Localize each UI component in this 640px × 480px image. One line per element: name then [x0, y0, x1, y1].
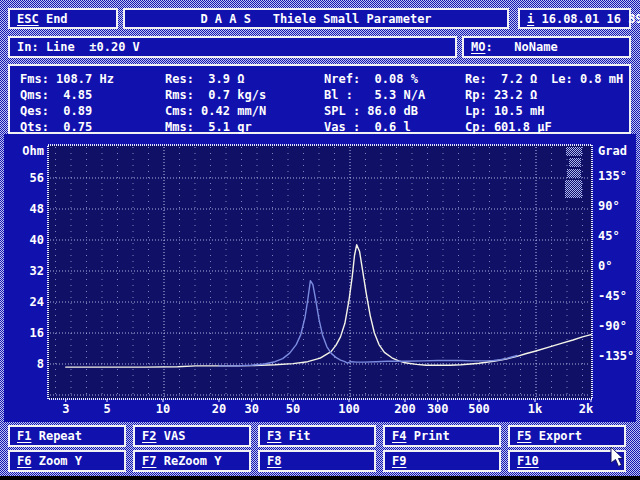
parameter-cell: Mms: 5.1 gr: [165, 120, 252, 134]
dither-artifact: [565, 180, 582, 198]
y-axis-left-tick: 48: [30, 202, 44, 216]
parameter-cell: Res: 3.9 Ω: [165, 72, 244, 86]
model-key-label: MO: [471, 40, 485, 54]
y-axis-right-title: Grad: [598, 144, 627, 158]
fkey-f4-button[interactable]: F4 Print: [383, 425, 501, 447]
plot-background: [48, 145, 592, 399]
x-axis-tick: 5: [103, 402, 110, 416]
fkey-label: F2: [142, 429, 156, 443]
input-source-field[interactable]: In: Line ±0.20 V: [8, 36, 457, 58]
fkey-action-label: Zoom Y: [31, 454, 82, 468]
y-axis-left-tick: 56: [30, 171, 44, 185]
fkey-f9-button[interactable]: F9: [383, 450, 501, 472]
x-axis-tick: 300: [427, 402, 449, 416]
x-axis-tick: 50: [286, 402, 300, 416]
parameter-cell: Nref: 0.08 %: [324, 72, 418, 86]
fkey-label: F9: [392, 454, 406, 468]
fkey-label: F4: [392, 429, 406, 443]
parameter-cell: Qms: 4.85: [20, 88, 92, 102]
daas-screen: ESC End D A A S Thiele Small Parameter i…: [0, 0, 640, 480]
fkey-label: F7: [142, 454, 156, 468]
date-label: 16.08.01: [541, 12, 599, 26]
y-axis-right-tick: -90°: [598, 319, 627, 333]
window-title-bar: D A A S Thiele Small Parameter: [123, 8, 509, 29]
parameter-cell: Bl : 5.3 N/A: [324, 88, 425, 102]
x-axis-tick: 2k: [579, 402, 594, 416]
parameter-cell: Fms: 108.7 Hz: [20, 72, 114, 86]
y-axis-right-tick: 0°: [598, 259, 612, 273]
fkey-action-label: VAS: [156, 429, 185, 443]
fkey-label: F5: [517, 429, 531, 443]
x-axis-tick: 3: [62, 402, 69, 416]
fkey-f6-button[interactable]: F6 Zoom Y: [8, 450, 126, 472]
y-axis-right-tick: 135°: [598, 169, 627, 183]
fkey-label: F8: [267, 454, 281, 468]
y-axis-left-tick: 16: [30, 326, 44, 340]
fkey-label: F1: [17, 429, 31, 443]
parameter-cell: Cp: 601.8 µF: [465, 120, 552, 134]
chart-section: Ohm5648403224168Grad135°90°45°0°-45°-90°…: [4, 134, 636, 422]
info-datetime-button[interactable]: i 16.08.01 16 39: [518, 8, 631, 29]
dither-artifact: [566, 147, 582, 156]
esc-action-label: End: [46, 12, 68, 26]
impedance-chart: Ohm5648403224168Grad135°90°45°0°-45°-90°…: [4, 134, 636, 422]
y-axis-left-tick: 40: [30, 233, 44, 247]
fkey-f7-button[interactable]: F7 ReZoom Y: [133, 450, 251, 472]
dither-artifact: [569, 158, 581, 167]
mouse-cursor-icon: [610, 447, 626, 469]
fkey-action-label: Export: [531, 429, 582, 443]
fkey-action-label: Fit: [281, 429, 310, 443]
dither-artifact: [567, 169, 581, 178]
parameter-cell: SPL : 86.0 dB: [324, 104, 418, 118]
input-source-label: In: Line ±0.20 V: [17, 40, 140, 54]
model-name-value: : NoName: [485, 40, 557, 54]
parameter-cell: Cms: 0.42 mm/N: [165, 104, 266, 118]
esc-key-label: ESC: [17, 12, 39, 26]
x-axis-tick: 1k: [528, 402, 543, 416]
ts-parameters-table: Fms: 108.7 HzRes: 3.9 ΩNref: 0.08 %Re: 7…: [8, 64, 631, 134]
bottom-black-strip: [0, 476, 640, 480]
parameter-cell: Qes: 0.89: [20, 104, 92, 118]
y-axis-right-tick: 45°: [598, 229, 620, 243]
parameter-cell: Re: 7.2 Ω: [465, 72, 537, 86]
y-axis-left-tick: 24: [30, 295, 44, 309]
parameter-cell: Lp: 10.5 mH: [465, 104, 544, 118]
fkey-f5-button[interactable]: F5 Export: [508, 425, 626, 447]
y-axis-right-tick: -45°: [598, 289, 627, 303]
fkey-label: F6: [17, 454, 31, 468]
parameter-cell: Qts: 0.75: [20, 120, 92, 134]
parameter-cell: Le: 0.8 mH: [551, 72, 623, 86]
x-axis-tick: 20: [212, 402, 226, 416]
parameter-cell: Vas : 0.6 l: [324, 120, 411, 134]
fkey-label: F10: [517, 454, 539, 468]
esc-end-button[interactable]: ESC End: [8, 8, 118, 29]
y-axis-left-title: Ohm: [22, 144, 44, 158]
fkey-f8-button[interactable]: F8: [258, 450, 376, 472]
fkey-action-label: ReZoom Y: [156, 454, 221, 468]
y-axis-right-tick: -135°: [598, 349, 634, 363]
time-label: 16 39: [607, 12, 640, 26]
model-name-field[interactable]: MO: NoName: [462, 36, 631, 58]
fkey-action-label: [539, 454, 546, 468]
x-axis-tick: 30: [245, 402, 259, 416]
x-axis-tick: 200: [394, 402, 416, 416]
y-axis-left-tick: 8: [37, 357, 44, 371]
x-axis-tick: 100: [338, 402, 360, 416]
fkey-action-label: Print: [406, 429, 449, 443]
parameter-cell: Rms: 0.7 kg/s: [165, 88, 266, 102]
fkey-action-label: Repeat: [31, 429, 82, 443]
fkey-action-label: [281, 454, 288, 468]
fkey-f2-button[interactable]: F2 VAS: [133, 425, 251, 447]
parameter-cell: Rp: 23.2 Ω: [465, 88, 537, 102]
fkey-label: F3: [267, 429, 281, 443]
y-axis-right-tick: 90°: [598, 199, 620, 213]
fkey-action-label: [406, 454, 413, 468]
y-axis-left-tick: 32: [30, 264, 44, 278]
fkey-f1-button[interactable]: F1 Repeat: [8, 425, 126, 447]
fkey-f10-button[interactable]: F10: [508, 450, 626, 472]
page-title: D A A S Thiele Small Parameter: [200, 12, 431, 26]
info-key-label: i: [527, 12, 534, 26]
x-axis-tick: 10: [156, 402, 170, 416]
x-axis-tick: 500: [468, 402, 490, 416]
fkey-f3-button[interactable]: F3 Fit: [258, 425, 376, 447]
